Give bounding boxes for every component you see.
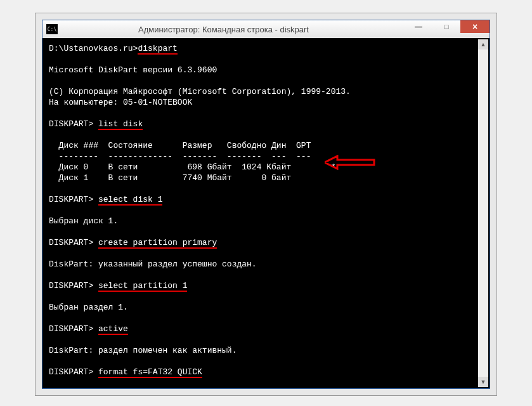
- cmd-diskpart: diskpart: [138, 44, 177, 55]
- scroll-up-button[interactable]: ▲: [478, 39, 488, 49]
- prompt-text: DISKPART>: [49, 119, 98, 129]
- table-row: Диск 0 В сети 698 Gбайт 1024 Kбайт *: [49, 162, 335, 172]
- cmd-icon: C:\: [46, 24, 58, 34]
- prompt-text: D:\Ustanovkaos.ru>: [49, 44, 138, 53]
- output-line: Выбран диск 1.: [49, 216, 118, 226]
- output-line: На компьютере: 05-01-NOTEBOOK: [49, 98, 192, 107]
- window-controls: — □ ×: [405, 20, 490, 38]
- outer-frame: C:\ Администратор: Командная строка - di…: [35, 13, 497, 396]
- table-header: Диск ### Состояние Размер Свободно Дин G…: [49, 141, 311, 150]
- output-line: Microsoft DiskPart версии 6.3.9600: [49, 65, 217, 75]
- cmd-select-disk: select disk 1: [98, 195, 162, 206]
- window-title: Администратор: Командная строка - diskpa…: [62, 25, 405, 34]
- scrollbar[interactable]: ▲ ▼: [478, 39, 488, 387]
- output-line: (C) Корпорация Майкрософт (Microsoft Cor…: [49, 87, 351, 96]
- terminal-container: D:\Ustanovkaos.ru>diskpart Microsoft Dis…: [42, 38, 490, 388]
- prompt-text: DISKPART>: [49, 238, 98, 247]
- cmd-format: format fs=FAT32 QUICK: [98, 367, 202, 378]
- table-row: Диск 1 В сети 7740 Мбайт 0 байт: [49, 173, 291, 183]
- table-divider: -------- ------------- ------- ------- -…: [49, 152, 311, 161]
- output-line: Выбран раздел 1.: [49, 303, 128, 312]
- maximize-button[interactable]: □: [432, 20, 460, 33]
- cmd-select-partition: select partition 1: [98, 281, 187, 292]
- output-line: DiskPart: указанный раздел успешно созда…: [49, 259, 257, 269]
- cmd-active: active: [98, 324, 128, 335]
- titlebar[interactable]: C:\ Администратор: Командная строка - di…: [42, 20, 490, 38]
- cmd-create-partition: create partition primary: [98, 238, 217, 249]
- prompt-text: DISKPART>: [49, 281, 98, 291]
- close-button[interactable]: ×: [460, 20, 490, 33]
- app-window: C:\ Администратор: Командная строка - di…: [42, 20, 490, 389]
- prompt-text: DISKPART>: [49, 324, 98, 334]
- prompt-text: DISKPART>: [49, 367, 98, 377]
- prompt-text: DISKPART>: [49, 195, 98, 204]
- output-line: DiskPart: раздел помечен как активный.: [49, 346, 237, 355]
- cmd-list-disk: list disk: [98, 119, 143, 130]
- minimize-button[interactable]: —: [405, 20, 432, 33]
- scroll-down-button[interactable]: ▼: [478, 377, 488, 387]
- terminal-output[interactable]: D:\Ustanovkaos.ru>diskpart Microsoft Dis…: [44, 39, 488, 387]
